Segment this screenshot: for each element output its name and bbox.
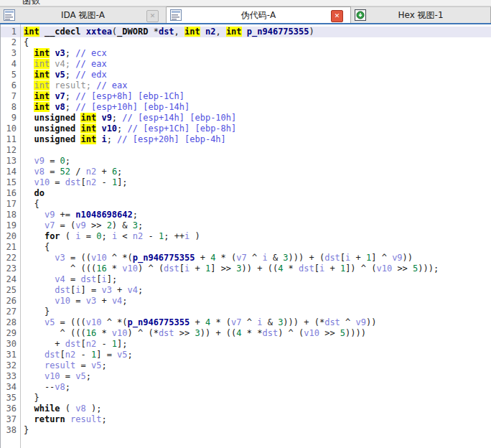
code-token[interactable] (24, 285, 55, 295)
code-token[interactable]: ; (133, 210, 138, 220)
code-line[interactable]: 37 return result; (1, 414, 491, 425)
code-token[interactable]: v4 (55, 274, 65, 284)
code-token[interactable]: = (45, 167, 60, 177)
code-token[interactable]: + (96, 296, 112, 306)
code-token[interactable]: v9 (45, 210, 55, 220)
code-token[interactable]: dst (65, 339, 81, 349)
code-line[interactable]: 6 int result; // eax (1, 80, 491, 91)
code-token[interactable] (200, 27, 205, 37)
code-token[interactable]: , (174, 27, 184, 37)
code-token[interactable] (24, 167, 34, 177)
code-token[interactable]: p_n946775355 (247, 27, 309, 37)
code-line[interactable]: 21 { (1, 242, 491, 253)
code-token[interactable]: v9 (101, 113, 111, 123)
code-line[interactable]: 24 v4 = dst[i]; (1, 274, 491, 285)
code-token[interactable]: v9 (34, 156, 44, 166)
code-token[interactable]: // ecx (75, 48, 106, 58)
code-line[interactable]: 30 + dst[n2 - 1]; (1, 339, 491, 350)
code-token[interactable]: * (96, 328, 112, 338)
code-token[interactable]: v9 (392, 253, 402, 263)
code-token[interactable]: // eax (75, 59, 106, 69)
code-token[interactable]: result; (50, 80, 96, 90)
code-token[interactable]: v8 (34, 167, 44, 177)
code-token[interactable]: // [esp+8h] [ebp-1Ch] (75, 91, 184, 101)
code-token[interactable]: } (24, 307, 50, 317)
code-token[interactable]: result (45, 360, 75, 370)
code-token[interactable]: ; (65, 156, 70, 166)
code-token[interactable]: >> (174, 328, 195, 338)
code-token[interactable]: int (226, 27, 242, 37)
code-token[interactable]: dst (55, 285, 70, 295)
code-token[interactable] (24, 231, 45, 241)
code-line[interactable]: 10 unsigned int v10; // [esp+1Ch] [ebp-8… (1, 123, 491, 134)
code-token[interactable] (24, 360, 45, 370)
code-token[interactable]: 0 (60, 156, 65, 166)
code-token[interactable]: v4 (112, 296, 122, 306)
code-token[interactable]: v5 (117, 350, 127, 360)
code-token[interactable] (24, 123, 34, 134)
code-token[interactable]: ^ *( (107, 253, 133, 263)
code-token[interactable]: int (80, 113, 96, 123)
code-token[interactable]: n2 (86, 167, 96, 177)
code-token[interactable] (24, 91, 34, 101)
code-token[interactable]: v10 (376, 263, 392, 274)
code-token[interactable]: ^ ((( (24, 328, 86, 338)
code-line[interactable]: 5 int v5; // edx (1, 70, 491, 80)
code-token[interactable]: unsigned (34, 134, 75, 144)
code-token[interactable]: dst (45, 350, 60, 360)
code-token[interactable]: ; (122, 296, 127, 306)
code-token[interactable]: * (283, 263, 299, 274)
code-line[interactable]: 20 for ( i = 0; i < n2 - 1; ++i ) (1, 231, 491, 242)
code-token[interactable]: 1 (112, 339, 117, 349)
code-token[interactable]: dst (262, 328, 278, 338)
code-line[interactable]: 17 { (1, 199, 491, 210)
code-token[interactable]: n2 (205, 27, 215, 37)
code-token[interactable]: 3 (195, 328, 200, 338)
code-token[interactable]: dst (164, 263, 179, 274)
close-tab-pseudocode-button[interactable]: ✕ (331, 10, 343, 22)
code-token[interactable]: v10 (34, 177, 50, 187)
code-line[interactable]: 35 } (1, 393, 491, 403)
tab-pseudocode-a[interactable]: 伪代码-A ✕ (167, 6, 351, 23)
code-token[interactable]: + (96, 167, 112, 177)
code-line[interactable]: 33 v10 = v5; (1, 371, 491, 382)
code-token[interactable]: )) (366, 317, 376, 327)
code-token[interactable]: )))) (345, 328, 366, 338)
code-token[interactable]: dst (65, 177, 81, 187)
code-token[interactable]: dst (159, 27, 174, 37)
code-line[interactable]: 22 v3 = ((v10 ^ *(p_n946775355 + 4 * (v7… (1, 253, 491, 263)
code-token[interactable]: ; (65, 382, 70, 392)
code-token[interactable]: } (24, 393, 39, 403)
code-token[interactable] (24, 403, 34, 414)
code-token[interactable]: = (75, 360, 91, 370)
code-token[interactable]: -- (24, 382, 55, 392)
code-token[interactable]: dst (81, 274, 97, 284)
code-token[interactable]: dst (324, 317, 340, 327)
code-token[interactable]: i (101, 274, 106, 284)
code-token[interactable]: v10 (55, 296, 70, 306)
code-line[interactable]: 29 ^ (((16 * v10) ^ (*dst >> 3)) + ((4 *… (1, 328, 491, 339)
code-token[interactable]: v3 (55, 253, 65, 263)
code-token[interactable]: v10 (101, 123, 117, 134)
code-token[interactable]: [ (81, 177, 86, 187)
code-token[interactable]: ] = (81, 285, 102, 295)
code-line[interactable]: 16 do (1, 188, 491, 199)
code-token[interactable]: * (148, 27, 158, 37)
code-token[interactable] (24, 220, 45, 230)
code-token[interactable] (24, 113, 34, 123)
code-token[interactable]: v10 (86, 317, 102, 327)
code-token[interactable]: = ((( (55, 317, 85, 327)
code-line[interactable]: 34 --v8; (1, 382, 491, 393)
code-token[interactable]: ; (138, 285, 143, 295)
code-token[interactable]: ] = (96, 350, 117, 360)
code-token[interactable]: + (112, 285, 128, 295)
code-token[interactable]: 3 (283, 253, 288, 263)
code-token[interactable] (24, 371, 45, 381)
code-token[interactable]: 16 (96, 263, 106, 274)
code-line[interactable]: 31 dst[n2 - 1] = v5; (1, 350, 491, 360)
code-line[interactable]: 7 int v7; // [esp+8h] [ebp-1Ch] (1, 91, 491, 102)
code-token[interactable]: unsigned (34, 123, 75, 134)
code-token[interactable] (24, 70, 34, 80)
code-token[interactable]: + (24, 339, 65, 349)
code-token[interactable] (24, 59, 34, 69)
